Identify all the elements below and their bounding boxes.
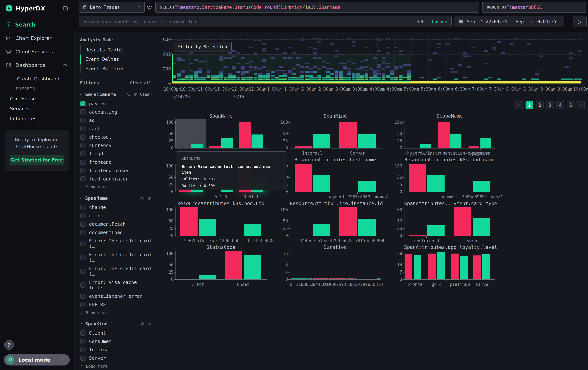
filter-checkbox-row[interactable]: checkout: [79, 133, 152, 141]
outlier-bar[interactable]: [239, 122, 251, 148]
checkbox[interactable]: [80, 160, 85, 165]
chart-plot[interactable]: 10050250payment-7985c8969c-mwmw7: [290, 164, 381, 192]
inlier-bar[interactable]: [199, 219, 216, 236]
inlier-bar[interactable]: [199, 275, 216, 280]
analysis-mode-option[interactable]: Results Table: [81, 45, 152, 55]
sidebar-item-clickhouse[interactable]: ClickHouse: [0, 94, 74, 104]
checkbox[interactable]: [80, 101, 85, 106]
checkbox[interactable]: [80, 230, 85, 235]
pagination-prev-button[interactable]: ‹: [515, 101, 523, 109]
pagination-page-button[interactable]: 2: [536, 101, 544, 109]
inlier-bar[interactable]: [244, 255, 261, 280]
pin-icon[interactable]: [147, 196, 152, 200]
outlier-bar[interactable]: [339, 207, 357, 236]
date-range-picker[interactable]: Sep 14 22:04:35 - Sep 15 10:04:35: [454, 16, 564, 27]
pagination-page-button[interactable]: 3: [546, 101, 554, 109]
checkbox[interactable]: [80, 241, 85, 246]
show-more-button[interactable]: Load more: [79, 362, 152, 369]
filter-checkbox-row[interactable]: Error: The credit card (…: [79, 264, 152, 278]
filter-checkbox-row[interactable]: load-generator: [79, 175, 152, 183]
pagination-page-button[interactable]: 5: [567, 101, 575, 109]
inlier-bar[interactable]: [221, 138, 233, 148]
checkbox[interactable]: [80, 221, 85, 227]
chart-plot[interactable]: 10050250ErrorUnset: [176, 251, 267, 280]
checkbox[interactable]: [80, 110, 85, 115]
checkbox[interactable]: [80, 339, 85, 344]
search-icon[interactable]: [140, 322, 145, 326]
outlier-bar[interactable]: [451, 253, 459, 280]
filter-checkbox-row[interactable]: flagd: [79, 150, 152, 158]
clear-all-button[interactable]: Clear all: [130, 81, 151, 85]
filter-checkbox-row[interactable]: cart: [79, 125, 152, 133]
pagination-next-button[interactable]: ›: [577, 101, 585, 109]
checkbox[interactable]: [80, 151, 85, 156]
chart-plot[interactable]: 10050250: [176, 120, 267, 149]
get-started-button[interactable]: Get Started for Free: [10, 155, 63, 165]
inlier-bar[interactable]: [313, 175, 330, 192]
inlier-bar[interactable]: [252, 134, 263, 148]
outlier-bar[interactable]: [180, 207, 198, 236]
clear-filter-button[interactable]: Clear: [140, 92, 152, 97]
lang-sql-toggle[interactable]: SQL: [417, 19, 424, 24]
checkbox[interactable]: [80, 330, 85, 336]
checkbox[interactable]: [80, 302, 85, 307]
inlier-bar[interactable]: [244, 224, 261, 236]
user-menu[interactable]: U Local mode: [4, 354, 70, 366]
inlier-bar[interactable]: [427, 225, 445, 236]
show-more-button[interactable]: Show more: [79, 309, 152, 315]
filter-checkbox-row[interactable]: Consumer: [79, 337, 152, 346]
create-dashboard-button[interactable]: Create Dashboard: [0, 73, 74, 84]
sidebar-item-client-sessions[interactable]: Client Sessions: [0, 45, 74, 58]
inlier-bar[interactable]: [358, 181, 376, 192]
pagination-page-button[interactable]: 4: [556, 101, 564, 109]
filter-section-header[interactable]: ServiceNameClear: [79, 92, 152, 97]
outlier-bar[interactable]: [409, 235, 426, 236]
checkbox[interactable]: [80, 134, 85, 140]
search-input[interactable]: [83, 19, 413, 24]
chart-plot[interactable]: 10050250InternalServer: [290, 120, 381, 149]
checkbox[interactable]: [80, 118, 85, 123]
filter-checkbox-row[interactable]: frontend: [79, 158, 152, 166]
checkbox[interactable]: [80, 269, 85, 274]
chart-plot[interactable]: 10050250@hyperdx/instrumentation-excepti…: [404, 120, 495, 149]
pagination-page-button[interactable]: 1: [525, 101, 533, 109]
inlier-bar[interactable]: [473, 218, 490, 236]
filter-by-selection-button[interactable]: Filter by Selection: [173, 42, 232, 51]
lang-lucene-toggle[interactable]: Lucene: [432, 19, 447, 24]
chart-plot[interactable]: 281470bronzegoldplatinumsilver: [404, 251, 495, 280]
inlier-bar[interactable]: [358, 219, 376, 236]
filter-section-header[interactable]: SpanKind: [79, 321, 152, 327]
filter-checkbox-row[interactable]: Internal: [79, 346, 152, 354]
analysis-mode-option[interactable]: Event Patterns: [81, 64, 152, 73]
inlier-bar[interactable]: [427, 175, 445, 192]
checkbox[interactable]: [80, 356, 85, 361]
checkbox[interactable]: [80, 255, 85, 260]
sidebar-item-chart-explorer[interactable]: Chart Explorer: [0, 31, 74, 45]
sidebar-item-kubernetes[interactable]: Kubernetes: [0, 114, 74, 124]
checkbox[interactable]: [80, 213, 85, 218]
outlier-bar[interactable]: [409, 164, 426, 192]
inlier-bar[interactable]: [437, 252, 445, 280]
checkbox[interactable]: [80, 347, 85, 352]
filter-checkbox-row[interactable]: Error: The credit card (…: [79, 237, 152, 250]
checkbox[interactable]: [80, 282, 85, 288]
sql-select-input[interactable]: SELECT Timestamp, ServiceName, StatusCod…: [155, 2, 479, 12]
filter-checkbox-row[interactable]: documentLoad: [79, 228, 152, 237]
outlier-bar[interactable]: [209, 146, 221, 148]
inlier-bar[interactable]: [358, 134, 376, 148]
filter-checkbox-row[interactable]: frontend-proxy: [79, 166, 152, 175]
outlier-bar[interactable]: [295, 164, 312, 192]
chart-plot[interactable]: 100502505e02b5fb-13ae-4296-bbbc-111f423c…: [176, 207, 267, 236]
checkbox[interactable]: [80, 168, 85, 173]
inlier-bar[interactable]: [313, 224, 330, 236]
chart-plot[interactable]: 1684001198813294418070309875948382201399…: [290, 251, 381, 280]
inlier-bar[interactable]: [313, 134, 330, 148]
filter-checkbox-row[interactable]: ad: [79, 116, 152, 125]
search-icon[interactable]: [140, 196, 145, 200]
filter-checkbox-row[interactable]: EXPIRE: [79, 300, 152, 309]
filter-checkbox-row[interactable]: Server: [79, 354, 152, 362]
sidebar-item-services[interactable]: Services: [0, 104, 74, 114]
sidebar-item-dashboards[interactable]: Dashboards: [0, 58, 74, 72]
outlier-bar[interactable]: [405, 254, 412, 280]
inlier-bar[interactable]: [481, 138, 491, 148]
